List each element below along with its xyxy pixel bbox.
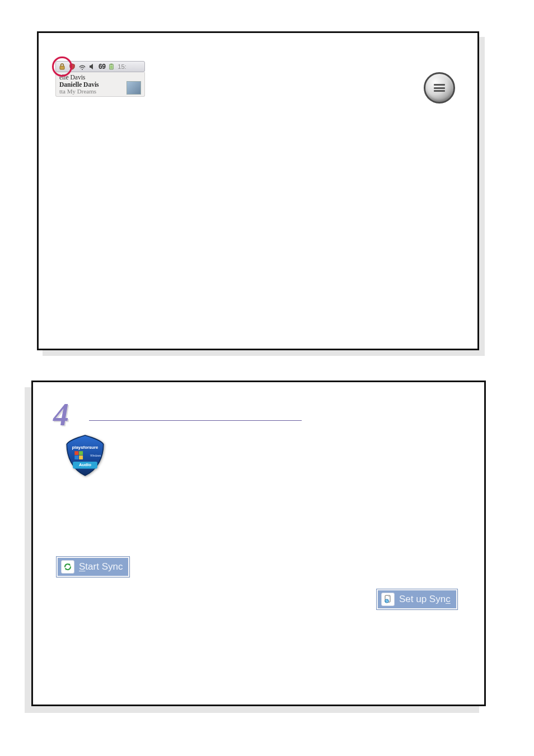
svg-point-1 — [82, 69, 83, 70]
svg-rect-5 — [74, 451, 78, 455]
playsforsure-bottom-text: Audio — [79, 463, 91, 468]
system-tray: 69 15: — [55, 61, 145, 72]
wifi-icon — [78, 63, 86, 71]
step-underline — [89, 420, 302, 421]
now-playing-line2: Danielle Davis — [59, 81, 99, 88]
svg-rect-6 — [79, 451, 83, 455]
battery-icon — [107, 63, 115, 71]
menu-round-icon[interactable] — [424, 72, 455, 104]
document-page: 69 15: elle Davis Danielle Davis tta My … — [0, 0, 534, 756]
svg-rect-3 — [111, 64, 113, 65]
panel1: 69 15: elle Davis Danielle Davis tta My … — [37, 31, 479, 350]
svg-rect-7 — [74, 456, 78, 459]
speaker-icon — [88, 63, 96, 71]
panel2: 4 playsforsure Windows Audio — [31, 381, 486, 706]
lock-icon — [58, 63, 66, 71]
album-art-thumb — [127, 81, 141, 95]
now-playing-popup: elle Davis Danielle Davis tta My Dreams — [55, 72, 145, 97]
start-sync-button[interactable]: Start Sync — [57, 557, 129, 577]
tray-time: 15: — [118, 63, 126, 70]
start-sync-label: Start Sync — [79, 561, 123, 572]
hamburger-icon — [434, 84, 445, 92]
now-playing-line1: elle Davis — [59, 74, 99, 81]
tray-number: 69 — [99, 63, 105, 71]
now-playing-text: elle Davis Danielle Davis tta My Dreams — [59, 74, 99, 95]
now-playing-line3: tta My Dreams — [59, 88, 99, 95]
set-up-sync-button[interactable]: Set up Sync — [377, 589, 457, 609]
svg-rect-8 — [79, 456, 83, 459]
svg-rect-4 — [110, 65, 113, 69]
document-sync-icon — [381, 593, 395, 606]
shield-small-icon — [68, 63, 76, 71]
taskbar-snippet: 69 15: elle Davis Danielle Davis tta My … — [55, 61, 145, 97]
sync-arrows-icon — [61, 560, 74, 574]
playsforsure-windows-label: Windows — [90, 454, 101, 457]
step-number: 4 — [53, 399, 69, 430]
svg-rect-0 — [60, 66, 64, 69]
playsforsure-badge: playsforsure Windows Audio — [63, 434, 107, 477]
playsforsure-top-text: playsforsure — [72, 445, 99, 450]
set-up-sync-label: Set up Sync — [399, 594, 451, 605]
